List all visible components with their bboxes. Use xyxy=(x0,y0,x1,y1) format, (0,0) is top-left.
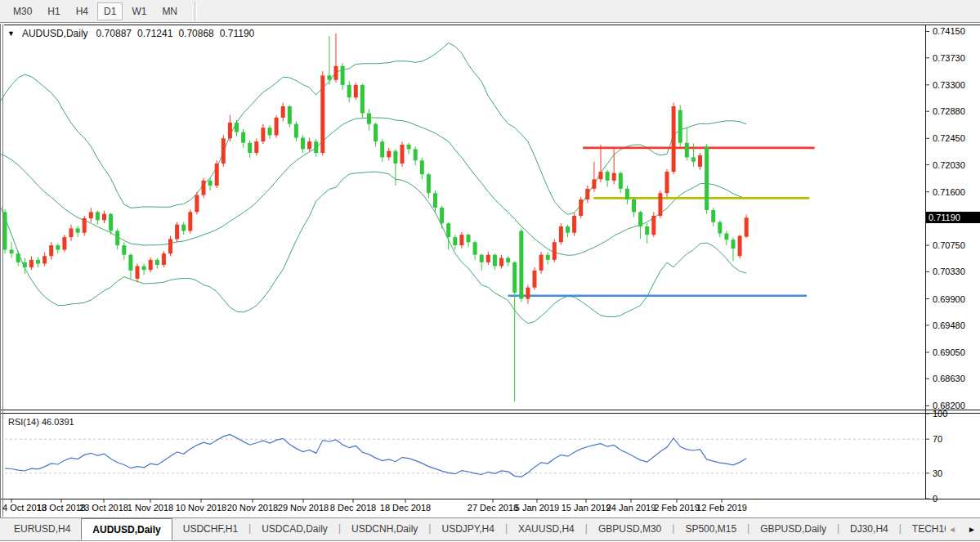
chart-title: ▼ AUDUSD,Daily 0.70887 0.71241 0.70868 0… xyxy=(7,27,260,40)
candle-body xyxy=(83,218,87,233)
candle-body xyxy=(446,223,450,237)
candle-body xyxy=(566,226,570,233)
time-axis[interactable]: 4 Oct 201813 Oct 201823 Oct 20181 Nov 20… xyxy=(0,499,925,517)
candle-body xyxy=(387,151,391,158)
candle-body xyxy=(658,193,662,216)
candle-body xyxy=(732,240,736,249)
candle-body xyxy=(122,245,126,255)
tab-scroll-right-icon[interactable]: ► xyxy=(968,525,976,534)
chart-tab-gbpusd-m30[interactable]: GBPUSD,M30 xyxy=(588,518,672,540)
candle-body xyxy=(393,151,397,163)
candle-body xyxy=(698,155,702,167)
candle-body xyxy=(115,231,119,245)
ohlc-close: 0.71190 xyxy=(220,28,255,39)
candle-body xyxy=(294,124,298,138)
candle-body xyxy=(612,173,616,181)
chart-tab-usdchf-h1[interactable]: USDCHF,H1 xyxy=(172,518,248,540)
time-tick-label: 10 Nov 2018 xyxy=(172,503,230,513)
chart-tab-usdjpy-h4[interactable]: USDJPY,H4 xyxy=(431,518,504,540)
candle-body xyxy=(29,260,34,267)
candle-body xyxy=(506,258,510,262)
candle-body xyxy=(380,141,384,157)
main-chart-pane[interactable] xyxy=(4,25,925,410)
candle-body xyxy=(314,141,318,153)
candle-body xyxy=(572,216,576,233)
candle-body xyxy=(320,75,324,153)
candle-body xyxy=(142,267,146,271)
candle-body xyxy=(62,237,66,249)
candlestick-chart[interactable] xyxy=(0,0,980,542)
candle-body xyxy=(76,228,80,232)
candle-body xyxy=(261,128,265,141)
candle-body xyxy=(705,146,709,210)
candle-body xyxy=(632,199,636,212)
rsi-tick-label: 0 xyxy=(933,494,937,504)
candle-body xyxy=(23,262,27,267)
candle-body xyxy=(738,236,742,257)
price-tick-label: 0.72880 xyxy=(933,106,965,116)
rsi-tick-label: 100 xyxy=(933,409,947,419)
chart-tabbar: EURUSD,H4AUDUSD,DailyUSDCHF,H1|USDCAD,Da… xyxy=(0,517,980,541)
candle-body xyxy=(149,260,153,270)
candle-body xyxy=(162,253,166,265)
chart-tab-gbpusd-daily[interactable]: GBPUSD,Daily xyxy=(750,518,837,540)
price-tick-label: 0.73730 xyxy=(933,53,965,63)
candle-body xyxy=(665,172,669,193)
candle-body xyxy=(222,138,226,163)
candle-body xyxy=(301,138,305,150)
candle-body xyxy=(453,237,457,245)
ohlc-low: 0.70868 xyxy=(178,28,213,39)
price-tick-label: 0.73300 xyxy=(933,80,965,90)
candle-body xyxy=(202,181,206,195)
time-tick-label: 12 Feb 2019 xyxy=(693,503,750,513)
candle-body xyxy=(685,143,689,158)
chart-tab-eurusd-h4[interactable]: EURUSD,H4 xyxy=(3,518,81,540)
candle-body xyxy=(327,75,331,79)
trading-terminal-window: M30H1H4D1W1MN ▼ AUDUSD,Daily 0.70887 0.7… xyxy=(0,0,980,542)
candle-body xyxy=(678,110,682,143)
candle-body xyxy=(401,145,405,163)
candle-body xyxy=(651,216,656,235)
chart-tab-audusd-daily[interactable]: AUDUSD,Daily xyxy=(81,518,172,540)
chart-symbol-label: AUDUSD,Daily xyxy=(22,28,88,39)
chart-tab-dj30-h4[interactable]: DJ30,H4 xyxy=(839,518,899,540)
price-tick-label: 0.69900 xyxy=(933,294,965,304)
time-tick-label: 8 Dec 2018 xyxy=(324,503,382,513)
candle-body xyxy=(619,173,623,189)
tab-scroll-left-icon[interactable]: ◄ xyxy=(948,525,956,534)
current-price-tag: 0.71190 xyxy=(926,212,980,223)
candle-body xyxy=(43,256,47,263)
candle-body xyxy=(307,141,311,149)
candle-body xyxy=(672,106,676,172)
candle-body xyxy=(599,172,603,179)
rsi-indicator-label: RSI(14) 46.0391 xyxy=(8,417,74,427)
chart-tab-xauusd-h4[interactable]: XAUUSD,H4 xyxy=(508,518,585,540)
candle-body xyxy=(228,123,232,138)
price-tick-label: 0.70330 xyxy=(933,267,965,276)
candle-body xyxy=(109,214,113,231)
chart-tab-usdcad-daily[interactable]: USDCAD,Daily xyxy=(251,518,338,540)
candle-body xyxy=(718,222,722,234)
candle-body xyxy=(533,271,537,288)
candle-body xyxy=(254,141,258,153)
candle-body xyxy=(281,106,285,118)
candle-body xyxy=(360,85,365,114)
chart-tab-usdcnh-daily[interactable]: USDCNH,Daily xyxy=(341,518,428,540)
chart-collapse-icon[interactable]: ▼ xyxy=(7,29,15,38)
price-axis[interactable]: 0.741500.737300.733000.728800.724500.720… xyxy=(926,25,980,499)
candle-body xyxy=(420,160,424,174)
candle-body xyxy=(3,212,7,249)
candle-body xyxy=(215,163,219,186)
candle-body xyxy=(235,123,239,132)
candle-body xyxy=(553,242,557,260)
candle-body xyxy=(69,228,74,237)
rsi-pane[interactable] xyxy=(4,414,925,499)
candle-body xyxy=(407,145,411,149)
candle-body xyxy=(480,255,484,262)
candle-body xyxy=(354,85,358,97)
candle-body xyxy=(512,262,517,293)
candle-body xyxy=(414,149,418,160)
price-tick-label: 0.69480 xyxy=(933,320,965,330)
candle-body xyxy=(374,124,378,142)
chart-tab-sp500-m15[interactable]: SP500,M15 xyxy=(674,518,747,540)
